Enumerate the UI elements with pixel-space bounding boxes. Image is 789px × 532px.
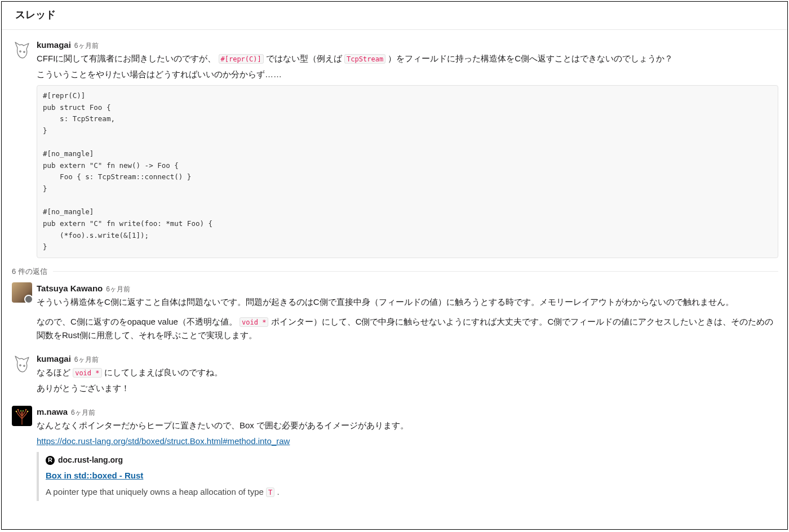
external-link[interactable]: https://doc.rust-lang.org/std/boxed/stru… [37, 436, 290, 446]
divider-line [53, 271, 778, 272]
message: kumagai 6ヶ月前 CFFIに関して有識者にお聞きしたいのですが、 #[r… [12, 34, 778, 264]
cat-avatar-icon [12, 353, 32, 373]
message-text: なるほど void * にしてしまえば良いのですね。 ありがとうございます！ [37, 366, 778, 396]
svg-point-5 [25, 409, 27, 411]
svg-point-2 [16, 411, 17, 413]
author-name[interactable]: Tatsuya Kawano [37, 282, 103, 295]
avatar[interactable] [12, 406, 32, 426]
message-text: そういう構造体をC側に返すこと自体は問題ないです。問題が起きるのはC側で直接中身… [37, 295, 778, 343]
timestamp: 6ヶ月前 [106, 284, 130, 294]
thread-title: スレッド [15, 9, 56, 20]
message: m.nawa 6ヶ月前 なんとなくポインターだからヒープに置きたいので、Box … [12, 401, 778, 504]
svg-rect-0 [12, 39, 32, 59]
avatar[interactable] [12, 353, 32, 373]
inline-code: T [266, 487, 274, 497]
code-block: #[repr(C)] pub struct Foo { s: TcpStream… [37, 85, 778, 258]
message: Tatsuya Kawano 6ヶ月前 そういう構造体をC側に返すこと自体は問題… [12, 278, 778, 348]
svg-point-4 [17, 409, 19, 411]
favicon-icon: R [46, 456, 55, 465]
replies-count: 6 件の返信 [12, 266, 47, 277]
avatar[interactable] [12, 282, 32, 303]
inline-code: TcpStream [344, 54, 385, 64]
attachment-description: A pointer type that uniquely owns a heap… [46, 485, 778, 499]
svg-point-6 [20, 410, 22, 412]
cat-avatar-icon [12, 39, 32, 59]
attachment-title-link[interactable]: Box in std::boxed - Rust [46, 471, 143, 480]
svg-rect-1 [12, 353, 32, 373]
inline-code: void * [240, 317, 268, 327]
avatar[interactable] [12, 39, 32, 59]
timestamp: 6ヶ月前 [74, 354, 99, 365]
timestamp: 6ヶ月前 [71, 407, 95, 418]
inline-code: #[repr(C)] [219, 54, 264, 64]
attachment-site: doc.rust-lang.org [58, 454, 123, 467]
message: kumagai 6ヶ月前 なるほど void * にしてしまえば良いのですね。 … [12, 348, 778, 401]
thread-header: スレッド [2, 2, 787, 30]
tree-avatar-icon [13, 407, 31, 425]
message-text: なんとなくポインターだからヒープに置きたいので、Box で囲む必要があるイメージ… [37, 419, 778, 501]
replies-divider: 6 件の返信 [12, 266, 778, 277]
author-name[interactable]: m.nawa [37, 406, 68, 419]
svg-point-3 [27, 411, 29, 413]
author-name[interactable]: kumagai [37, 353, 71, 366]
thread-content: kumagai 6ヶ月前 CFFIに関して有識者にお聞きしたいのですが、 #[r… [2, 30, 787, 504]
message-text: CFFIに関して有識者にお聞きしたいのですが、 #[repr(C)] ではない型… [37, 52, 778, 258]
svg-point-7 [23, 410, 24, 412]
author-name[interactable]: kumagai [37, 39, 71, 52]
inline-code: void * [73, 368, 101, 378]
link-attachment: R doc.rust-lang.org Box in std::boxed - … [37, 452, 778, 501]
timestamp: 6ヶ月前 [74, 41, 99, 51]
